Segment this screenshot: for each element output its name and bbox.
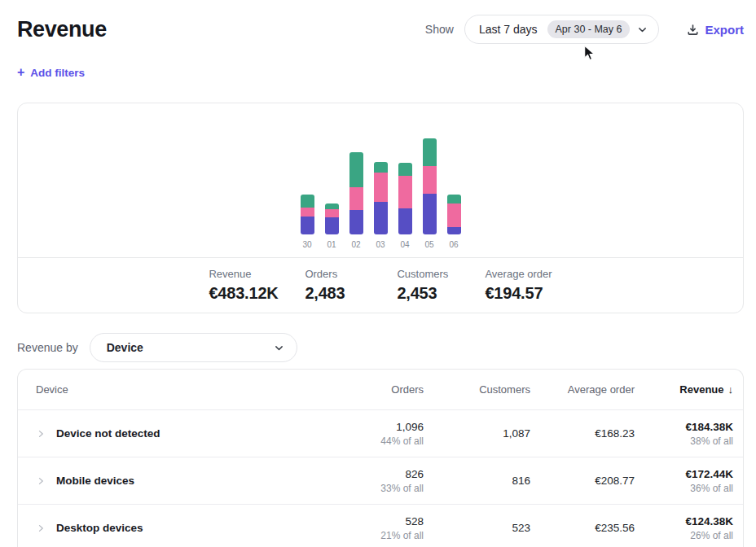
- stat-item: Customers2,453: [397, 268, 485, 303]
- bar-column[interactable]: [398, 163, 412, 234]
- bar-segment-bottom: [301, 217, 314, 234]
- table-row[interactable]: Mobile devices82633% of all816€208.77€17…: [18, 457, 743, 505]
- bar-column[interactable]: [349, 152, 363, 234]
- stat-value: €194.57: [485, 284, 552, 303]
- bar-column[interactable]: [325, 203, 339, 234]
- x-tick-label: 04: [398, 240, 412, 249]
- page-title: Revenue: [17, 17, 107, 42]
- bar-segment-middle: [398, 176, 412, 208]
- device-name: Mobile devices: [56, 475, 134, 487]
- bar-segment-middle: [325, 209, 339, 217]
- average-order-cell: €168.23: [530, 427, 635, 440]
- x-tick-label: 06: [447, 240, 461, 249]
- revenue-percent: 38% of all: [635, 435, 733, 447]
- date-range-badge: Apr 30 - May 6: [547, 20, 631, 38]
- revenue-by-control: Revenue by Device: [17, 333, 756, 362]
- column-header-average-order[interactable]: Average order: [530, 383, 635, 396]
- revenue-header-label: Revenue: [679, 383, 723, 396]
- bar-segment-top: [301, 195, 314, 208]
- add-filters-button[interactable]: + Add filters: [17, 66, 85, 79]
- arrow-down-icon: ↓: [728, 383, 734, 396]
- x-tick-label: 30: [301, 240, 314, 249]
- orders-value: 1,096: [326, 421, 424, 433]
- bar-segment-bottom: [374, 202, 388, 234]
- revenue-percent: 26% of all: [635, 530, 733, 541]
- average-order-cell: €208.77: [530, 475, 635, 487]
- column-header-orders[interactable]: Orders: [326, 383, 424, 396]
- bar-segment-middle: [374, 173, 388, 202]
- revenue-chart-card: 30010203040506 Revenue€483.12KOrders2,48…: [17, 103, 744, 313]
- stat-value: €483.12K: [209, 284, 305, 303]
- show-label: Show: [425, 23, 454, 36]
- x-tick-label: 01: [325, 240, 339, 249]
- dimension-dropdown[interactable]: Device: [90, 333, 297, 362]
- revenue-percent: 36% of all: [635, 483, 733, 494]
- dimension-selected: Device: [107, 341, 143, 354]
- revenue-value: €124.38K: [635, 515, 733, 527]
- column-header-customers[interactable]: Customers: [424, 383, 530, 396]
- device-cell: Desktop devices: [36, 522, 326, 534]
- page-header: Revenue Show Last 7 days Apr 30 - May 6 …: [0, 0, 756, 44]
- date-range-label: Last 7 days: [479, 23, 538, 36]
- table-row[interactable]: Desktop devices52821% of all523€235.56€1…: [18, 505, 743, 547]
- plus-icon: +: [17, 66, 24, 79]
- stat-item: Average order€194.57: [485, 268, 552, 303]
- stat-label: Revenue: [209, 268, 305, 280]
- revenue-value: €184.38K: [635, 421, 733, 433]
- column-header-device[interactable]: Device: [36, 383, 326, 396]
- column-header-revenue[interactable]: Revenue ↓: [635, 383, 733, 396]
- bar-segment-top: [349, 152, 363, 187]
- device-name: Device not detected: [56, 427, 160, 440]
- revenue-value: €172.44K: [635, 468, 733, 480]
- chevron-down-icon: [274, 343, 284, 353]
- chevron-right-icon[interactable]: [36, 523, 46, 533]
- bar-segment-middle: [423, 166, 437, 194]
- stacked-bar-chart: 30010203040506: [18, 103, 743, 257]
- header-controls: Show Last 7 days Apr 30 - May 6 Export: [425, 15, 744, 44]
- bar-segment-bottom: [325, 217, 339, 234]
- bar-segment-top: [423, 138, 437, 166]
- customers-cell: 816: [424, 475, 530, 487]
- table-row[interactable]: Device not detected1,09644% of all1,087€…: [18, 410, 743, 457]
- orders-value: 528: [326, 515, 424, 527]
- bar-segment-middle: [301, 208, 314, 217]
- orders-cell: 82633% of all: [326, 468, 424, 494]
- stat-item: Orders2,483: [305, 268, 397, 303]
- export-label: Export: [705, 23, 744, 37]
- revenue-cell: €172.44K36% of all: [635, 468, 733, 494]
- chart-x-axis: 30010203040506: [301, 240, 461, 249]
- bar-column[interactable]: [423, 138, 437, 234]
- bar-segment-top: [447, 195, 461, 203]
- orders-percent: 33% of all: [326, 483, 424, 494]
- bar-column[interactable]: [301, 195, 314, 234]
- device-name: Desktop devices: [56, 522, 143, 534]
- export-button[interactable]: Export: [687, 23, 744, 37]
- stat-label: Average order: [485, 268, 552, 280]
- revenue-by-device-table: Device Orders Customers Average order Re…: [17, 369, 744, 547]
- customers-cell: 1,087: [424, 427, 530, 440]
- device-cell: Mobile devices: [36, 475, 326, 487]
- bar-segment-middle: [447, 203, 461, 227]
- chevron-right-icon[interactable]: [36, 476, 46, 486]
- revenue-by-label: Revenue by: [17, 341, 78, 354]
- chart-bars: [301, 137, 461, 234]
- orders-percent: 44% of all: [326, 435, 424, 447]
- date-range-dropdown[interactable]: Last 7 days Apr 30 - May 6: [464, 15, 660, 44]
- device-cell: Device not detected: [36, 427, 326, 440]
- table-header-row: Device Orders Customers Average order Re…: [18, 370, 743, 410]
- average-order-cell: €235.56: [530, 522, 635, 534]
- bar-segment-top: [325, 203, 339, 209]
- x-tick-label: 03: [374, 240, 388, 249]
- bar-column[interactable]: [374, 162, 388, 234]
- customers-cell: 523: [424, 522, 530, 534]
- stat-value: 2,453: [397, 284, 485, 303]
- orders-value: 826: [326, 468, 424, 480]
- x-tick-label: 02: [349, 240, 363, 249]
- bar-column[interactable]: [447, 195, 461, 234]
- chevron-right-icon[interactable]: [36, 429, 46, 439]
- chevron-down-icon: [637, 24, 648, 35]
- table-body: Device not detected1,09644% of all1,087€…: [18, 410, 743, 547]
- orders-cell: 1,09644% of all: [326, 421, 424, 447]
- orders-percent: 21% of all: [326, 530, 424, 541]
- bar-segment-top: [374, 162, 388, 173]
